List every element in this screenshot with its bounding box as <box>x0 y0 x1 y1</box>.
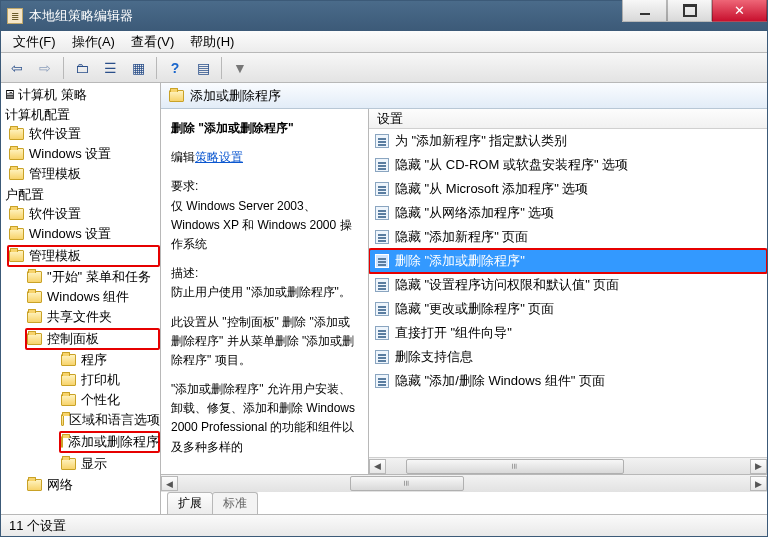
tree-printers[interactable]: 打印机 <box>81 371 120 389</box>
forward-button[interactable]: ⇨ <box>33 56 57 80</box>
folder-icon <box>61 414 64 426</box>
tree-uc-windows[interactable]: Windows 设置 <box>29 225 111 243</box>
setting-item[interactable]: 隐藏 "从 CD-ROM 或软盘安装程序" 选项 <box>369 153 767 177</box>
setting-label: 删除 "添加或删除程序" <box>395 251 525 271</box>
toolbar-separator <box>63 57 64 79</box>
tree-display[interactable]: 显示 <box>81 455 107 473</box>
tree-cc-admin[interactable]: 管理模板 <box>29 165 81 183</box>
tree-shared-folders[interactable]: 共享文件夹 <box>47 308 112 326</box>
folder-icon <box>61 354 76 366</box>
desc-edit-label: 编辑 <box>171 150 195 164</box>
setting-icon <box>375 278 389 292</box>
scroll-left-button[interactable]: ◀ <box>369 459 386 474</box>
path-label: 添加或删除程序 <box>190 87 281 105</box>
scroll-left-button[interactable]: ◀ <box>161 476 178 491</box>
setting-item[interactable]: 隐藏 "从网络添加程序" 选项 <box>369 201 767 225</box>
desc-req-text: 仅 Windows Server 2003、Windows XP 和 Windo… <box>171 199 352 251</box>
minimize-button[interactable] <box>622 0 667 22</box>
scroll-track[interactable] <box>386 459 750 474</box>
setting-icon <box>375 254 389 268</box>
menu-view[interactable]: 查看(V) <box>123 31 182 53</box>
scroll-right-button[interactable]: ▶ <box>750 476 767 491</box>
tree-cc-windows[interactable]: Windows 设置 <box>29 145 111 163</box>
window-title: 本地组策略编辑器 <box>29 7 622 25</box>
tree-pane[interactable]: 🖥计算机 策略 计算机配置 软件设置 Windows 设置 管理模板 户配置 软… <box>1 83 161 514</box>
tree-personalization[interactable]: 个性化 <box>81 391 120 409</box>
setting-item[interactable]: 为 "添加新程序" 指定默认类别 <box>369 129 767 153</box>
desc-desc-text: 防止用户使用 "添加或删除程序"。 <box>171 285 351 299</box>
close-button[interactable] <box>712 0 767 22</box>
setting-item[interactable]: 隐藏 "设置程序访问权限和默认值" 页面 <box>369 273 767 297</box>
setting-label: 隐藏 "添加/删除 Windows 组件" 页面 <box>395 371 605 391</box>
tree-control-panel[interactable]: 控制面板 <box>47 330 99 348</box>
folder-icon <box>61 374 76 386</box>
menu-help[interactable]: 帮助(H) <box>182 31 242 53</box>
desc-para1: 此设置从 "控制面板" 删除 "添加或删除程序" 并从菜单删除 "添加或删除程序… <box>171 313 358 371</box>
tree-root[interactable]: 计算机 策略 <box>18 86 87 104</box>
setting-item[interactable]: 隐藏 "添加/删除 Windows 组件" 页面 <box>369 369 767 393</box>
folder-icon <box>27 271 42 283</box>
folder-icon <box>169 90 184 102</box>
setting-label: 删除支持信息 <box>395 347 473 367</box>
details-button[interactable]: ▦ <box>126 56 150 80</box>
setting-item[interactable]: 隐藏 "从 Microsoft 添加程序" 选项 <box>369 177 767 201</box>
setting-label: 隐藏 "更改或删除程序" 页面 <box>395 299 554 319</box>
tree-start-menu[interactable]: "开始" 菜单和任务 <box>47 268 151 286</box>
folder-icon <box>9 168 24 180</box>
back-button[interactable]: ⇦ <box>5 56 29 80</box>
setting-icon <box>375 134 389 148</box>
tree-network[interactable]: 网络 <box>47 476 73 494</box>
window-buttons <box>622 1 767 31</box>
folder-button[interactable]: 🗀 <box>70 56 94 80</box>
setting-label: 隐藏 "从网络添加程序" 选项 <box>395 203 554 223</box>
setting-label: 隐藏 "添加新程序" 页面 <box>395 227 528 247</box>
desc-desc-label: 描述: <box>171 266 198 280</box>
desc-req-label: 要求: <box>171 179 198 193</box>
menu-file[interactable]: 文件(F) <box>5 31 64 53</box>
gpedit-window: ≣ 本地组策略编辑器 文件(F) 操作(A) 查看(V) 帮助(H) ⇦ ⇨ 🗀… <box>0 0 768 537</box>
setting-item[interactable]: 直接打开 "组件向导" <box>369 321 767 345</box>
folder-icon <box>9 250 24 262</box>
tab-extended[interactable]: 扩展 <box>167 492 213 514</box>
tree-win-components[interactable]: Windows 组件 <box>47 288 129 306</box>
tree-programs[interactable]: 程序 <box>81 351 107 369</box>
options-button[interactable]: ▤ <box>191 56 215 80</box>
tree-cc-software[interactable]: 软件设置 <box>29 125 81 143</box>
setting-item[interactable]: 隐藏 "添加新程序" 页面 <box>369 225 767 249</box>
folder-icon <box>27 311 42 323</box>
edit-policy-link[interactable]: 策略设置 <box>195 150 243 164</box>
help-button[interactable]: ? <box>163 56 187 80</box>
scroll-right-button[interactable]: ▶ <box>750 459 767 474</box>
tab-standard[interactable]: 标准 <box>212 492 258 514</box>
setting-item[interactable]: 删除支持信息 <box>369 345 767 369</box>
folder-icon <box>9 148 24 160</box>
menu-action[interactable]: 操作(A) <box>64 31 123 53</box>
tree-add-remove[interactable]: 添加或删除程序 <box>68 433 159 451</box>
settings-header[interactable]: 设置 <box>369 109 767 129</box>
setting-item[interactable]: 删除 "添加或删除程序" <box>369 249 767 273</box>
folder-icon <box>9 208 24 220</box>
tree-uc-admin[interactable]: 管理模板 <box>29 247 81 265</box>
settings-list[interactable]: 为 "添加新程序" 指定默认类别隐藏 "从 CD-ROM 或软盘安装程序" 选项… <box>369 129 767 457</box>
content-area: 🖥计算机 策略 计算机配置 软件设置 Windows 设置 管理模板 户配置 软… <box>1 83 767 514</box>
desc-hscroll[interactable]: ◀ ▶ <box>161 475 767 492</box>
setting-icon <box>375 374 389 388</box>
setting-item[interactable]: 隐藏 "更改或删除程序" 页面 <box>369 297 767 321</box>
tree-computer-config[interactable]: 计算机配置 <box>5 106 70 124</box>
setting-icon <box>375 158 389 172</box>
list-button[interactable]: ☰ <box>98 56 122 80</box>
right-pane: 添加或删除程序 删除 "添加或删除程序" 编辑策略设置 要求:仅 Windows… <box>161 83 767 514</box>
settings-hscroll[interactable]: ◀ ▶ <box>369 457 767 474</box>
maximize-button[interactable] <box>667 0 712 22</box>
tabs-row: 扩展 标准 <box>161 492 767 514</box>
folder-icon <box>9 128 24 140</box>
tree-uc-software[interactable]: 软件设置 <box>29 205 81 223</box>
folder-icon <box>61 436 63 448</box>
status-text: 11 个设置 <box>9 517 66 535</box>
scroll-track[interactable] <box>178 476 750 491</box>
detail-area: 删除 "添加或删除程序" 编辑策略设置 要求:仅 Windows Server … <box>161 109 767 475</box>
setting-icon <box>375 230 389 244</box>
filter-button[interactable]: ▼ <box>228 56 252 80</box>
tree-user-config[interactable]: 户配置 <box>5 186 44 204</box>
tree-region-lang[interactable]: 区域和语言选项 <box>69 411 160 429</box>
